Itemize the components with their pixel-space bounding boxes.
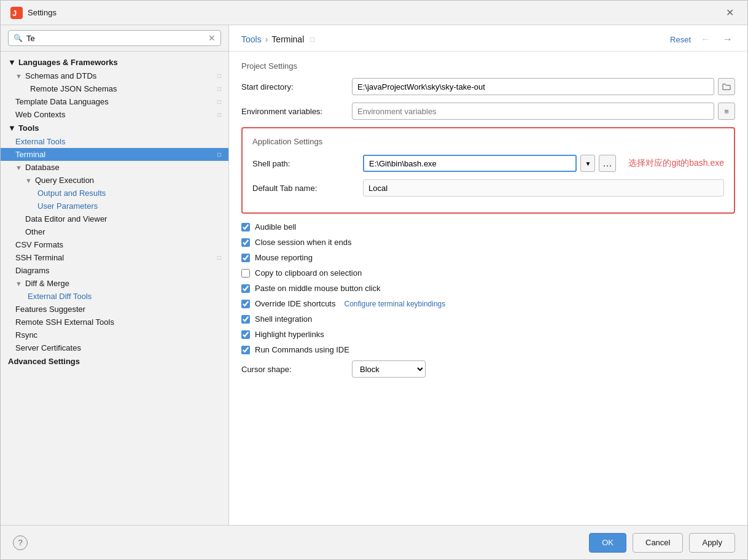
env-variables-input[interactable] (352, 103, 714, 120)
pin-icon: □ (217, 72, 221, 79)
env-edit-button[interactable]: ≡ (718, 103, 735, 120)
paste-middle-label[interactable]: Paste on middle mouse button click (255, 284, 381, 293)
sidebar-item-label: CSV Formats (15, 240, 63, 249)
env-edit-icon: ≡ (724, 107, 729, 116)
sidebar-item-diff-merge[interactable]: ▼ Diff & Merge (1, 277, 228, 290)
pin-icon: □ (217, 254, 221, 261)
configure-keybindings-link[interactable]: Configure terminal keybindings (345, 300, 446, 308)
cursor-shape-label-text: Cursor shape: (241, 365, 292, 374)
run-commands-label[interactable]: Run Commands using IDE (255, 345, 349, 354)
app-settings-box: Application Settings Shell path: ▼ (241, 127, 735, 214)
copy-clipboard-label[interactable]: Copy to clipboard on selection (255, 268, 362, 278)
highlight-hyperlinks-label[interactable]: Highlight hyperlinks (255, 330, 324, 339)
checkbox-copy-clipboard: Copy to clipboard on selection (241, 268, 735, 278)
copy-clipboard-checkbox[interactable] (241, 269, 250, 278)
right-panel: Tools › Terminal □ Reset ← → Project Set… (229, 25, 747, 525)
shell-path-more-button[interactable]: ... (599, 155, 616, 172)
expand-arrow-lf: ▼ (8, 58, 16, 67)
sidebar-item-diagrams[interactable]: Diagrams (1, 264, 228, 277)
help-button[interactable]: ? (13, 535, 28, 550)
paste-middle-checkbox[interactable] (241, 284, 250, 293)
sidebar-item-user-parameters[interactable]: User Parameters (1, 200, 228, 212)
mouse-reporting-label[interactable]: Mouse reporting (255, 253, 313, 262)
close-session-checkbox[interactable] (241, 238, 250, 247)
sidebar-item-remote-json[interactable]: Remote JSON Schemas □ (1, 82, 228, 95)
nav-forward-arrow[interactable]: → (720, 33, 735, 46)
override-ide-checkbox[interactable] (241, 300, 250, 308)
sidebar-item-web-contexts[interactable]: Web Contexts □ (1, 108, 228, 121)
search-icon: 🔍 (14, 34, 23, 42)
sidebar-item-label: Rsync (15, 330, 37, 340)
shell-integration-checkbox[interactable] (241, 315, 250, 324)
sidebar-item-terminal[interactable]: Terminal □ (1, 148, 228, 161)
reset-link[interactable]: Reset (670, 35, 691, 44)
sidebar-item-data-editor[interactable]: Data Editor and Viewer (1, 212, 228, 225)
panel-content: Project Settings Start directory: (229, 52, 747, 525)
audible-bell-label[interactable]: Audible bell (255, 222, 296, 231)
sidebar-item-label: Other (25, 227, 45, 236)
sidebar-item-features-suggester[interactable]: Features Suggester (1, 303, 228, 316)
search-input[interactable] (26, 34, 205, 43)
expand-arrow-db: ▼ (15, 164, 23, 171)
breadcrumb-pin-icon[interactable]: □ (310, 36, 314, 43)
sidebar-item-label: Query Execution (35, 176, 94, 185)
env-label-text: Environment variables: (241, 107, 322, 116)
sidebar-item-label: Database (25, 163, 60, 172)
sidebar-item-ssh-terminal[interactable]: SSH Terminal □ (1, 251, 228, 264)
checkbox-mouse-reporting: Mouse reporting (241, 253, 735, 262)
run-commands-checkbox[interactable] (241, 346, 250, 354)
sidebar-item-languages-frameworks[interactable]: ▼ Languages & Frameworks (1, 55, 228, 69)
app-settings-title: Application Settings (252, 137, 724, 146)
sidebar-item-ext-diff-tools[interactable]: External Diff Tools (1, 290, 228, 303)
close-session-label[interactable]: Close session when it ends (255, 238, 352, 247)
sidebar-item-template-data[interactable]: Template Data Languages □ (1, 95, 228, 108)
cancel-button[interactable]: Cancel (633, 533, 683, 553)
shell-integration-label[interactable]: Shell integration (255, 314, 312, 324)
nav-back-arrow[interactable]: ← (698, 33, 713, 46)
shell-path-control: ▼ ... (363, 155, 616, 172)
cursor-shape-select[interactable]: Block Underline Beam (352, 360, 426, 378)
env-variables-label: Environment variables: (241, 107, 352, 116)
breadcrumb-parent[interactable]: Tools (241, 34, 262, 44)
sidebar-item-tools[interactable]: ▼ Tools (1, 121, 228, 135)
sidebar-item-advanced-settings[interactable]: Advanced Settings (1, 354, 228, 368)
mouse-reporting-checkbox[interactable] (241, 254, 250, 262)
folder-browse-button[interactable] (718, 78, 735, 95)
sidebar-item-query-execution[interactable]: ▼ Query Execution (1, 174, 228, 187)
search-clear-icon[interactable]: ✕ (208, 33, 216, 43)
sidebar-item-label: Schemas and DTDs (25, 71, 96, 80)
expand-arrow-diff: ▼ (15, 280, 23, 287)
close-button[interactable]: ✕ (722, 6, 738, 20)
sidebar: 🔍 ✕ ▼ Languages & Frameworks ▼ Schemas a (1, 25, 229, 525)
annotation-text: 选择对应的git的bash.exe (628, 158, 724, 169)
sidebar-item-csv-formats[interactable]: CSV Formats (1, 238, 228, 251)
audible-bell-checkbox[interactable] (241, 223, 250, 231)
sidebar-item-label: Template Data Languages (15, 97, 109, 106)
shell-path-input[interactable] (363, 155, 577, 172)
sidebar-item-label: Remote JSON Schemas (30, 84, 117, 93)
sidebar-item-rsync[interactable]: Rsync (1, 329, 228, 341)
shell-path-row: Shell path: ▼ ... 选择对应的git的bash.exe (252, 155, 724, 172)
override-ide-label[interactable]: Override IDE shortcuts (255, 299, 336, 308)
dialog-title: Settings (28, 8, 56, 17)
sidebar-item-schemas-dtds[interactable]: ▼ Schemas and DTDs □ (1, 69, 228, 82)
shell-path-label: Shell path: (252, 159, 363, 168)
sidebar-item-other[interactable]: Other (1, 225, 228, 238)
apply-button[interactable]: Apply (689, 533, 735, 553)
ok-button[interactable]: OK (589, 533, 626, 553)
bottom-bar: ? OK Cancel Apply (1, 525, 747, 559)
default-tab-input[interactable] (363, 179, 724, 196)
start-directory-input[interactable] (352, 78, 714, 95)
sidebar-item-server-certs[interactable]: Server Certificates (1, 341, 228, 354)
pin-icon: □ (217, 111, 221, 118)
sidebar-item-database[interactable]: ▼ Database (1, 161, 228, 174)
sidebar-item-remote-ssh-tools[interactable]: Remote SSH External Tools (1, 316, 228, 329)
sidebar-item-output-results[interactable]: Output and Results (1, 187, 228, 200)
checkbox-audible-bell: Audible bell (241, 222, 735, 231)
checkbox-override-ide: Override IDE shortcuts Configure termina… (241, 299, 735, 308)
sidebar-item-label: Advanced Settings (8, 357, 80, 366)
sidebar-item-external-tools[interactable]: External Tools (1, 135, 228, 148)
highlight-hyperlinks-checkbox[interactable] (241, 330, 250, 339)
shell-path-dropdown-button[interactable]: ▼ (580, 155, 595, 172)
start-dir-label-text: Start directory: (241, 82, 294, 91)
